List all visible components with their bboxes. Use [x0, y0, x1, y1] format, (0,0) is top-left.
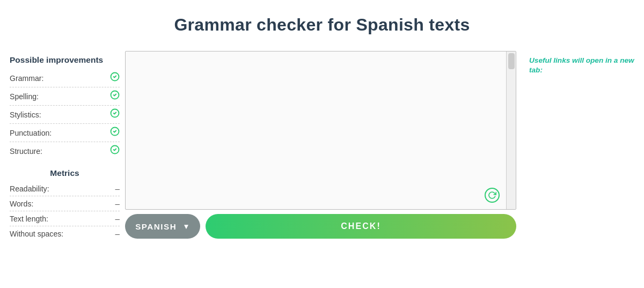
center-content: SPANISH ▼ CHECK! [125, 51, 516, 239]
text-input[interactable] [126, 51, 516, 207]
chevron-down-icon: ▼ [182, 223, 191, 231]
grammar-check-icon [110, 72, 120, 84]
readability-row: Readability: – [10, 181, 120, 196]
without-spaces-label: Without spaces: [10, 230, 63, 238]
without-spaces-row: Without spaces: – [10, 226, 120, 241]
stylistics-check-icon [110, 108, 120, 121]
check-button[interactable]: CHECK! [206, 214, 516, 239]
punctuation-check-icon [110, 127, 120, 139]
scrollbar[interactable] [506, 51, 516, 209]
left-panel: Possible improvements Grammar: Spelling:… [10, 51, 125, 241]
words-row: Words: – [10, 196, 120, 211]
text-length-value: – [115, 214, 120, 223]
grammar-row: Grammar: [10, 69, 120, 87]
grammar-label: Grammar: [10, 74, 43, 83]
right-panel: Useful links will open in a new tab: [516, 51, 634, 75]
spelling-row: Spelling: [10, 87, 120, 106]
structure-label: Structure: [10, 147, 42, 156]
punctuation-row: Punctuation: [10, 124, 120, 142]
stylistics-row: Stylistics: [10, 106, 120, 124]
stylistics-label: Stylistics: [10, 110, 41, 119]
metrics-title: Metrics [10, 168, 120, 178]
without-spaces-value: – [115, 229, 120, 238]
words-value: – [115, 199, 120, 208]
bottom-bar: SPANISH ▼ CHECK! [125, 214, 516, 239]
structure-check-icon [110, 145, 120, 157]
scrollbar-thumb [508, 53, 515, 69]
words-label: Words: [10, 200, 33, 208]
text-length-label: Text length: [10, 215, 48, 223]
useful-links-label: Useful links will open in a new tab: [529, 56, 634, 74]
page-title: Grammar checker for Spanish texts [0, 0, 644, 51]
readability-label: Readability: [10, 184, 49, 193]
refresh-icon[interactable] [485, 188, 500, 203]
language-dropdown[interactable]: SPANISH ▼ [125, 214, 200, 239]
spelling-check-icon [110, 90, 120, 102]
readability-value: – [115, 184, 120, 193]
structure-row: Structure: [10, 142, 120, 160]
possible-improvements-title: Possible improvements [10, 55, 120, 65]
language-label: SPANISH [135, 222, 177, 231]
textarea-wrapper [125, 51, 516, 210]
text-length-row: Text length: – [10, 211, 120, 226]
punctuation-label: Punctuation: [10, 129, 52, 137]
spelling-label: Spelling: [10, 92, 39, 101]
